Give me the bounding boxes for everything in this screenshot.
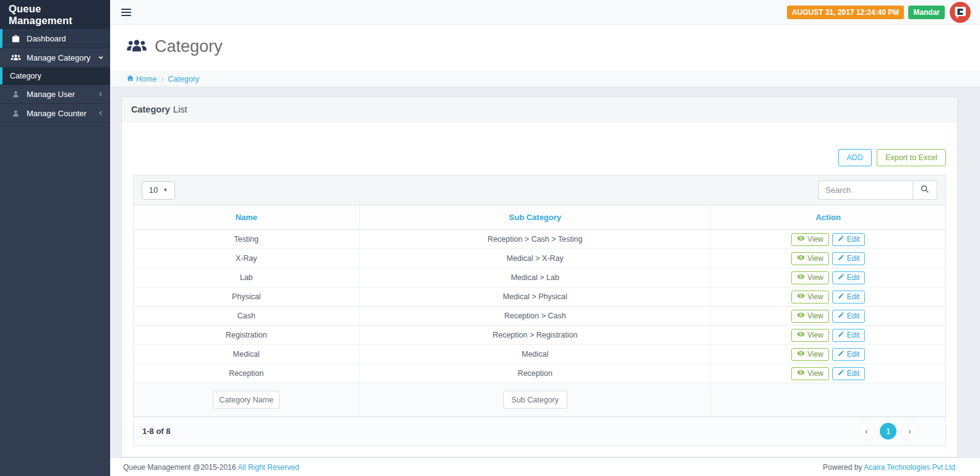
edit-button[interactable]: Edit xyxy=(832,233,866,246)
pencil-icon xyxy=(838,312,845,320)
top-navbar: AUGUST 31, 2017 12:24:40 PM Mandar xyxy=(110,0,980,25)
cell-action: ViewEdit xyxy=(711,268,945,287)
eye-icon xyxy=(797,312,805,320)
view-button[interactable]: View xyxy=(791,310,829,323)
page-title: Category xyxy=(155,37,223,56)
cell-name: Cash xyxy=(134,307,359,326)
sidebar-item-label: Manage Category xyxy=(27,53,90,62)
eye-icon xyxy=(797,350,805,359)
table-row: X-RayMedical > X-RayViewEdit xyxy=(134,249,945,268)
view-button[interactable]: View xyxy=(791,233,829,246)
chevron-down-icon xyxy=(98,54,104,61)
table-row: PhysicalMedical > PhysicalViewEdit xyxy=(134,287,945,307)
user-badge[interactable]: Mandar xyxy=(908,6,945,19)
menu-icon[interactable] xyxy=(121,9,131,16)
view-button[interactable]: View xyxy=(791,348,829,361)
header-sub-category[interactable]: Sub Category xyxy=(359,205,711,230)
cell-sub-category: Reception > Registration xyxy=(359,326,711,345)
edit-button[interactable]: Edit xyxy=(832,271,866,284)
pencil-icon xyxy=(838,254,845,263)
home-icon xyxy=(126,74,134,84)
cell-name: Physical xyxy=(134,287,359,307)
app-title: Queue Management xyxy=(0,0,110,29)
panel-title-rest: List xyxy=(173,104,187,114)
eye-icon xyxy=(797,273,805,282)
sidebar-item-label: Manage User xyxy=(27,90,75,99)
pagination-page-1[interactable]: 1 xyxy=(880,423,896,440)
cell-name: Registration xyxy=(134,326,359,345)
view-button[interactable]: View xyxy=(791,291,829,304)
edit-button[interactable]: Edit xyxy=(832,329,866,342)
edit-button[interactable]: Edit xyxy=(832,310,866,323)
content: Category List ADD Export to Excel 10 ▼ xyxy=(110,87,980,457)
table-container: 10 ▼ xyxy=(133,175,946,446)
footer: Queue Management @2015-2016 All Right Re… xyxy=(110,457,980,476)
sidebar-item-manage-category[interactable]: Manage Category xyxy=(0,48,110,67)
category-group-icon xyxy=(126,38,147,56)
pagination-prev-button[interactable]: ‹ xyxy=(858,423,875,440)
cell-sub-category: Medical > Lab xyxy=(359,268,711,287)
view-button[interactable]: View xyxy=(791,329,829,342)
cell-sub-category: Reception > Cash > Testing xyxy=(359,230,711,249)
edit-button[interactable]: Edit xyxy=(832,252,866,265)
page-header: Category xyxy=(110,25,980,71)
cell-action: ViewEdit xyxy=(711,345,945,364)
main-area: AUGUST 31, 2017 12:24:40 PM Mandar Categ… xyxy=(110,0,980,476)
view-button[interactable]: View xyxy=(791,252,829,265)
pencil-icon xyxy=(838,350,845,359)
navbar-right: AUGUST 31, 2017 12:24:40 PM Mandar xyxy=(787,1,971,23)
cell-sub-category: Reception > Cash xyxy=(359,307,711,326)
breadcrumb-current[interactable]: Category xyxy=(168,75,199,83)
sidebar-item-manage-counter[interactable]: Manage Counter xyxy=(0,104,110,123)
footer-left: Queue Management @2015-2016 All Right Re… xyxy=(123,463,299,472)
eye-icon xyxy=(797,369,805,378)
pagination: ‹ 1 › xyxy=(858,423,937,440)
edit-button[interactable]: Edit xyxy=(832,367,866,380)
pencil-icon xyxy=(838,331,845,339)
table-row: ReceptionReceptionViewEdit xyxy=(134,364,945,383)
cell-action: ViewEdit xyxy=(711,307,945,326)
breadcrumb-home[interactable]: Home xyxy=(126,74,157,84)
acaira-logo-icon[interactable] xyxy=(949,1,971,23)
breadcrumb-separator: › xyxy=(161,75,163,83)
view-button[interactable]: View xyxy=(791,271,829,284)
sidebar-item-label: Category xyxy=(10,72,41,80)
export-to-excel-button[interactable]: Export to Excel xyxy=(877,149,946,166)
table-row: CashReception > CashViewEdit xyxy=(134,307,945,326)
users-icon xyxy=(11,54,21,61)
cell-name: Lab xyxy=(134,268,359,287)
chevron-left-icon xyxy=(98,110,104,116)
sidebar-item-dashboard[interactable]: Dashboard xyxy=(0,29,110,48)
actions-row: ADD Export to Excel xyxy=(133,149,946,166)
pencil-icon xyxy=(838,292,845,301)
cell-action: ViewEdit xyxy=(711,287,945,307)
search-button[interactable] xyxy=(913,181,937,200)
eye-icon xyxy=(797,235,805,244)
filter-category-name-input[interactable] xyxy=(213,391,280,409)
eye-icon xyxy=(797,331,805,339)
page-size-select[interactable]: 10 ▼ xyxy=(142,181,175,200)
add-button[interactable]: ADD xyxy=(838,149,872,166)
sidebar-item-label: Dashboard xyxy=(27,34,66,43)
cell-action: ViewEdit xyxy=(711,326,945,345)
search-icon xyxy=(920,184,930,196)
search-input[interactable] xyxy=(819,181,913,200)
rights-link[interactable]: All Right Reserved xyxy=(238,463,299,472)
datetime-badge: AUGUST 31, 2017 12:24:40 PM xyxy=(787,6,904,19)
category-list-panel: Category List ADD Export to Excel 10 ▼ xyxy=(121,96,958,457)
header-name[interactable]: Name xyxy=(134,205,359,230)
filter-sub-category-input[interactable] xyxy=(503,391,567,409)
edit-button[interactable]: Edit xyxy=(832,291,866,304)
pagination-next-button[interactable]: › xyxy=(901,423,918,440)
panel-body: ADD Export to Excel 10 ▼ xyxy=(122,122,957,457)
app-root: Queue Management Dashboard Manage Catego… xyxy=(0,0,980,476)
sidebar-item-category[interactable]: Category xyxy=(0,67,110,85)
table-footer: 1-8 of 8 ‹ 1 › xyxy=(134,417,945,445)
pencil-icon xyxy=(838,369,845,378)
user-icon xyxy=(11,109,21,117)
edit-button[interactable]: Edit xyxy=(832,348,866,361)
powered-by-link[interactable]: Acaira Technologies Pvt Ltd xyxy=(864,463,955,472)
view-button[interactable]: View xyxy=(791,367,829,380)
chevron-left-icon xyxy=(98,91,104,97)
sidebar-item-manage-user[interactable]: Manage User xyxy=(0,85,110,104)
